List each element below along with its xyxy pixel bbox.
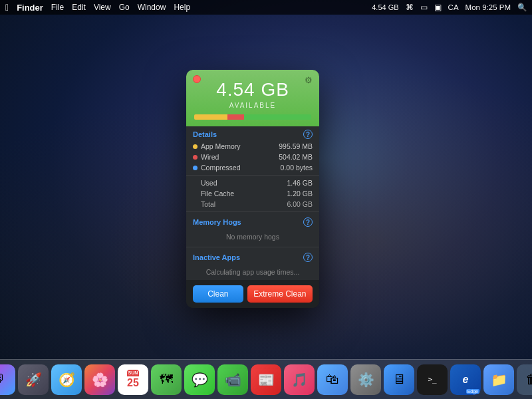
- bar-wired: [227, 114, 244, 120]
- window-menu[interactable]: Window: [138, 3, 166, 12]
- dock-icon-files[interactable]: 📁: [483, 364, 514, 395]
- news-icon: 📰: [258, 372, 275, 388]
- close-button[interactable]: [193, 75, 201, 83]
- messages-icon: 💬: [192, 372, 208, 388]
- inactive-apps-section-header: Inactive Apps ?: [186, 249, 319, 264]
- memory-status: 4.54 GB: [372, 3, 398, 11]
- used-label: Used: [193, 179, 217, 187]
- monitor-icon[interactable]: ▣: [434, 3, 442, 12]
- help-menu[interactable]: Help: [174, 3, 190, 12]
- total-value: 6.00 GB: [287, 200, 313, 208]
- details-help-icon[interactable]: ?: [303, 130, 313, 139]
- gear-icon[interactable]: ⚙: [305, 75, 313, 85]
- memory-hogs-title: Memory Hogs: [193, 218, 241, 226]
- dock-icon-trash[interactable]: 🗑: [517, 364, 532, 395]
- safari-icon: 🧭: [59, 372, 75, 388]
- table-row: Total 6.00 GB: [186, 199, 319, 209]
- files-icon: 📁: [491, 372, 507, 388]
- table-row: Wired 504.02 MB: [186, 152, 319, 162]
- compressed-value: 0.00 bytes: [281, 164, 313, 172]
- wired-label: Wired: [193, 153, 219, 161]
- launchpad-icon: 🚀: [25, 372, 42, 388]
- divider: [186, 211, 319, 212]
- edit-menu[interactable]: Edit: [72, 3, 86, 12]
- dock-icon-calendar[interactable]: SUN 25: [118, 364, 148, 395]
- app-memory-label: App Memory: [193, 142, 241, 150]
- compressed-label: Compressed: [193, 164, 241, 172]
- available-memory-value: 4.54 GB: [194, 79, 311, 100]
- dock-icon-siri[interactable]: 🎙: [0, 364, 15, 395]
- trash-icon: 🗑: [525, 372, 532, 387]
- facetime-icon: 📹: [225, 372, 241, 388]
- dock-icon-safari[interactable]: 🧭: [51, 364, 82, 395]
- dock-icon-edge[interactable]: e Edge: [450, 364, 481, 395]
- calendar-icon: SUN 25: [127, 370, 139, 390]
- app-memory-value: 995.59 MB: [279, 142, 313, 150]
- edge-icon: e: [463, 374, 469, 386]
- wired-value: 504.02 MB: [279, 153, 313, 161]
- dock-icon-finder[interactable]: 🖥: [384, 364, 414, 395]
- calculating-message: Calculating app usage times...: [186, 264, 319, 280]
- dock-icon-photos[interactable]: 🌸: [84, 364, 115, 395]
- finder-menu[interactable]: Finder: [17, 3, 43, 13]
- table-row: Compressed 0.00 bytes: [186, 162, 319, 173]
- terminal-icon: >_: [428, 375, 436, 384]
- bar-available: [244, 114, 311, 120]
- file-menu[interactable]: File: [51, 3, 64, 12]
- table-row: App Memory 995.59 MB: [186, 141, 319, 152]
- dock-icon-maps[interactable]: 🗺: [151, 364, 182, 395]
- file-cache-value: 1.20 GB: [287, 190, 313, 198]
- compressed-dot: [193, 166, 198, 170]
- photos-icon: 🌸: [92, 372, 108, 388]
- memory-hogs-help-icon[interactable]: ?: [303, 217, 313, 227]
- dock-icon-launchpad[interactable]: 🚀: [18, 364, 49, 395]
- dock-icon-system-preferences[interactable]: ⚙️: [350, 364, 381, 395]
- used-value: 1.46 GB: [287, 179, 313, 187]
- edge-badge: Edge: [466, 389, 479, 394]
- details-section-header: Details ?: [186, 126, 319, 141]
- ca-label[interactable]: CA: [448, 3, 459, 11]
- dock-icon-messages[interactable]: 💬: [184, 364, 215, 395]
- bar-app-memory: [194, 114, 227, 120]
- preferences-icon: ⚙️: [358, 372, 374, 388]
- divider: [186, 247, 319, 247]
- table-row: File Cache 1.20 GB: [186, 188, 319, 199]
- memory-hogs-section-header: Memory Hogs ?: [186, 214, 319, 229]
- datetime-display: Mon 9:25 PM: [466, 3, 511, 11]
- dock-icon-facetime[interactable]: 📹: [217, 364, 248, 395]
- table-row: Used 1.46 GB: [186, 178, 319, 188]
- divider: [186, 175, 319, 176]
- siri-icon: 🎙: [0, 372, 7, 387]
- cast-icon[interactable]: ▭: [420, 3, 428, 12]
- finder-icon: 🖥: [392, 372, 406, 387]
- maps-icon: 🗺: [160, 372, 173, 387]
- music-icon: 🎵: [291, 372, 308, 388]
- apple-logo-icon[interactable]: : [5, 2, 9, 13]
- menubar-left:  Finder File Edit View Go Window Help: [5, 2, 190, 13]
- dock: 🎙 🚀 🧭 🌸 SUN 25 🗺 💬 📹 📰 🎵 🛍 ⚙️ 🖥 >_: [0, 359, 532, 399]
- extreme-clean-button[interactable]: Extreme Clean: [247, 285, 313, 303]
- dock-icon-music[interactable]: 🎵: [284, 364, 315, 395]
- app-memory-dot: [193, 144, 198, 149]
- inactive-apps-title: Inactive Apps: [193, 253, 240, 261]
- inactive-apps-help-icon[interactable]: ?: [303, 253, 313, 262]
- view-menu[interactable]: View: [94, 3, 111, 12]
- no-hogs-message: No memory hogs: [186, 229, 319, 245]
- search-icon[interactable]: 🔍: [517, 3, 527, 12]
- wifi-icon[interactable]: ⌘: [406, 3, 414, 12]
- popup-footer: Clean Extreme Clean: [186, 280, 319, 308]
- dock-icon-appstore[interactable]: 🛍: [317, 364, 348, 395]
- go-menu[interactable]: Go: [119, 3, 130, 12]
- total-label: Total: [193, 200, 215, 208]
- dock-icon-news[interactable]: 📰: [251, 364, 281, 395]
- available-label: AVAILABLE: [194, 102, 311, 109]
- dock-icon-terminal[interactable]: >_: [417, 364, 448, 395]
- file-cache-label: File Cache: [193, 190, 234, 198]
- menubar-right: 4.54 GB ⌘ ▭ ▣ CA Mon 9:25 PM 🔍: [372, 3, 527, 12]
- appstore-icon: 🛍: [326, 372, 339, 387]
- menubar:  Finder File Edit View Go Window Help 4…: [0, 0, 532, 15]
- details-title: Details: [193, 130, 217, 138]
- clean-button[interactable]: Clean: [193, 285, 243, 303]
- wired-dot: [193, 155, 198, 160]
- memory-cleaner-popup: ⚙ 4.54 GB AVAILABLE Details ? App Memory…: [186, 70, 319, 308]
